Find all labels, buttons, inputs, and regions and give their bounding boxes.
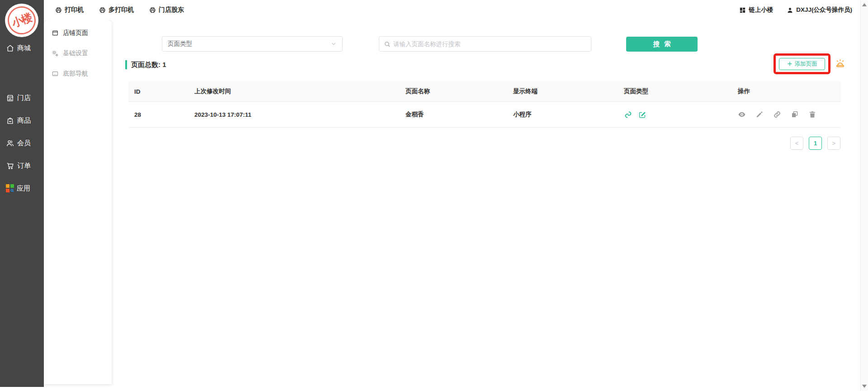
submenu-item-label: 底部导航 xyxy=(63,70,88,78)
sidebar-item-apps[interactable]: 应用 xyxy=(0,182,44,194)
cell-modified: 2023-10-13 17:07:11 xyxy=(194,111,406,118)
pagination-prev-button[interactable]: < xyxy=(790,137,803,150)
page-name-search xyxy=(379,36,591,52)
page-type-select-value: 页面类型 xyxy=(168,40,192,48)
submenu-item-basic-settings[interactable]: 基础设置 xyxy=(44,47,112,60)
pagination-next-button[interactable]: > xyxy=(827,137,840,150)
cell-actions xyxy=(738,110,835,119)
accent-bar xyxy=(125,60,127,69)
store-name: 链上小楼 xyxy=(749,6,773,14)
user-name: DXJJ(公众号操作员) xyxy=(796,6,852,14)
annotation-highlight-box: 添加页面 xyxy=(774,53,830,74)
user-icon xyxy=(787,7,793,14)
col-header-actions: 操作 xyxy=(738,87,835,95)
sidebar-item-label: 会员 xyxy=(17,139,31,148)
main-content: 页面类型 搜索 页面总数: 1 添加页面 ID 上次修改时间 页面名称 显示终端… xyxy=(112,20,860,391)
pages-table: ID 上次修改时间 页面名称 显示终端 页面类型 操作 28 2023-10-1… xyxy=(128,81,841,128)
col-header-id: ID xyxy=(134,88,194,95)
trash-icon[interactable] xyxy=(808,110,816,119)
link-icon[interactable] xyxy=(773,110,781,119)
scroll-down-arrow-icon[interactable] xyxy=(862,385,867,388)
scroll-up-arrow-icon[interactable] xyxy=(862,3,867,6)
cell-page-type xyxy=(624,110,738,119)
add-page-label: 添加页面 xyxy=(795,60,817,68)
col-header-page-type: 页面类型 xyxy=(624,87,738,95)
topnav-item-multi-printer[interactable]: 多打印机 xyxy=(99,6,134,14)
cell-id: 28 xyxy=(134,111,194,118)
table-header-row: ID 上次修改时间 页面名称 显示终端 页面类型 操作 xyxy=(128,81,841,102)
browser-window-icon xyxy=(52,29,59,37)
col-header-name: 页面名称 xyxy=(406,87,513,95)
sidebar-item-label: 应用 xyxy=(17,184,30,193)
logo-text: 小楼 xyxy=(10,10,33,30)
page-total-summary: 页面总数: 1 xyxy=(125,60,166,70)
edit-pencil-icon[interactable] xyxy=(755,110,764,119)
topnav-item-label: 门店股东 xyxy=(159,6,184,14)
table-row: 28 2023-10-13 17:07:11 金稻香 小程序 xyxy=(128,102,841,128)
app-sidebar: 小楼 商城 门店 商品 会员 订单 应用 xyxy=(0,0,44,387)
shopping-bag-icon xyxy=(6,116,14,125)
gears-icon xyxy=(52,50,59,57)
printer-icon xyxy=(149,7,156,14)
cell-terminal: 小程序 xyxy=(513,110,624,119)
sidebar-item-label: 商品 xyxy=(17,116,31,125)
submenu-item-shop-pages[interactable]: 店铺页面 xyxy=(44,26,112,40)
printer-icon xyxy=(55,7,62,14)
add-page-button[interactable]: 添加页面 xyxy=(779,58,825,70)
submenu-item-bottom-nav[interactable]: 底部导航 xyxy=(44,67,112,81)
submenu-panel: 店铺页面 基础设置 底部导航 xyxy=(44,20,112,384)
brand-logo[interactable]: 小楼 xyxy=(5,4,38,37)
sidebar-item-label: 门店 xyxy=(17,94,31,102)
chevron-down-icon xyxy=(330,41,337,47)
storefront-icon xyxy=(6,94,14,102)
sidebar-item-mall[interactable]: 商城 xyxy=(0,42,44,54)
topnav-item-printer[interactable]: 打印机 xyxy=(55,6,84,14)
submenu-item-label: 店铺页面 xyxy=(63,29,88,37)
alarm-icon[interactable] xyxy=(835,58,845,69)
users-icon xyxy=(6,139,14,148)
logo-ring: 小楼 xyxy=(5,3,38,37)
search-input[interactable] xyxy=(393,41,586,48)
sidebar-item-label: 订单 xyxy=(17,162,31,170)
sidebar-item-label: 商城 xyxy=(17,44,31,52)
view-eye-icon[interactable] xyxy=(738,110,746,119)
bottom-bar-icon xyxy=(52,70,59,77)
sidebar-item-members[interactable]: 会员 xyxy=(0,137,44,149)
grid-icon xyxy=(739,7,746,14)
cart-icon xyxy=(6,162,14,170)
cell-name: 金稻香 xyxy=(406,110,513,119)
vertical-scrollbar[interactable] xyxy=(860,0,868,391)
col-header-terminal: 显示终端 xyxy=(513,87,624,95)
store-switcher[interactable]: 链上小楼 xyxy=(739,6,773,14)
user-menu[interactable]: DXJJ(公众号操作员) xyxy=(787,6,852,14)
printer-icon xyxy=(99,7,106,14)
top-nav: 打印机 多打印机 门店股东 链上小楼 DXJJ(公众号操作员) xyxy=(44,0,860,20)
search-button[interactable]: 搜索 xyxy=(626,37,698,52)
home-icon xyxy=(6,44,14,52)
topnav-item-store-shareholder[interactable]: 门店股东 xyxy=(149,6,184,14)
submenu-item-label: 基础设置 xyxy=(63,49,88,57)
col-header-modified: 上次修改时间 xyxy=(194,87,406,95)
search-icon xyxy=(384,41,391,48)
edit-square-icon[interactable] xyxy=(638,110,646,119)
sidebar-item-goods[interactable]: 商品 xyxy=(0,114,44,126)
plus-icon xyxy=(787,61,793,67)
sidebar-item-store[interactable]: 门店 xyxy=(0,92,44,104)
sidebar-item-orders[interactable]: 订单 xyxy=(0,160,44,172)
topnav-item-label: 多打印机 xyxy=(108,6,134,14)
page-type-select[interactable]: 页面类型 xyxy=(162,36,343,52)
top-nav-right: 链上小楼 DXJJ(公众号操作员) xyxy=(739,0,852,20)
pagination: < 1 > xyxy=(790,137,840,150)
pagination-page-1[interactable]: 1 xyxy=(809,137,822,150)
page-total-text: 页面总数: 1 xyxy=(131,61,166,69)
topnav-item-label: 打印机 xyxy=(65,6,84,14)
apps-colored-icon xyxy=(6,184,14,192)
copy-icon[interactable] xyxy=(791,110,799,119)
miniprogram-link-icon[interactable] xyxy=(624,110,632,119)
top-nav-left: 打印机 多打印机 门店股东 xyxy=(44,6,184,14)
